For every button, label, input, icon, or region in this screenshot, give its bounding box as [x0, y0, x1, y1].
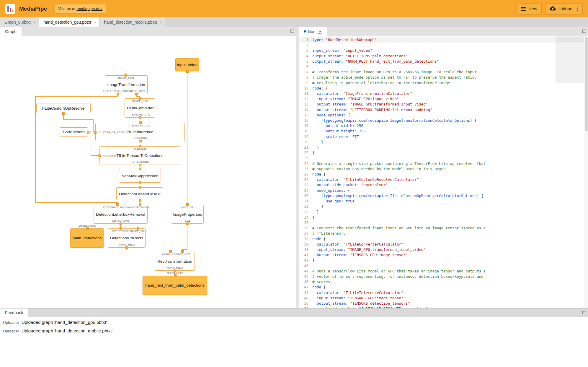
graph-node-TfLiteInference[interactable]: TfLiteInferenceTENSORS_GPUTENSORSCUSTOM_…	[95, 123, 185, 141]
graph-node-TfLiteTensorsToDetections[interactable]: TfLiteTensorsToDetectionsTENSORSDETECTIO…	[99, 146, 180, 165]
code-line-12[interactable]: 12 input_stream: "IMAGE_GPU:input_video"	[299, 96, 588, 102]
code-line-9[interactable]: 9# resulting in potential letterboxing i…	[299, 80, 588, 86]
graph-node-palm_detections[interactable]: palm_detectionsDETECTIONS	[70, 228, 104, 248]
code-text: calculator: "ImageTransformationCalculat…	[312, 91, 412, 96]
editor-tab[interactable]: Editor	[299, 27, 327, 36]
more-options-icon[interactable]	[577, 7, 579, 11]
code-text: node: {	[312, 86, 328, 91]
code-line-5[interactable]: 5output_stream: "NORM_RECT:hand_rect_fro…	[299, 59, 588, 64]
port	[169, 250, 172, 253]
code-line-24[interactable]: 24# Generates a single side packet conta…	[299, 161, 588, 166]
graph-node-DetectionLabelIdToText[interactable]: DetectionLabelIdToText	[116, 187, 163, 200]
port	[94, 131, 97, 134]
port	[139, 116, 141, 119]
file-tab-hand_detection_mobile.pbtxt[interactable]: hand_detection_mobile.pbtxt×	[99, 17, 165, 27]
line-number: 4	[299, 53, 312, 59]
code-line-21[interactable]: 21 }	[299, 145, 588, 150]
mediapipe-dev-link[interactable]: mediapipe.dev	[76, 7, 102, 11]
upload-button[interactable]: Upload	[545, 3, 583, 14]
code-line-45[interactable]: 45# vector of tensors representing, for …	[299, 274, 588, 279]
graph-node-input_video[interactable]: input_video	[175, 58, 199, 71]
new-button[interactable]: New	[517, 3, 542, 14]
code-line-6[interactable]: 6	[299, 64, 588, 69]
graph-node-TfLiteCustomOpResolver[interactable]: TfLiteCustomOpResolver	[36, 103, 91, 113]
code-line-16[interactable]: 16 [type.googleapis.com/mediapipe.ImageT…	[299, 118, 588, 123]
code-line-19[interactable]: 19 scale_mode: FIT	[299, 134, 588, 139]
code-line-40[interactable]: 40 input_stream: "IMAGE_GPU:transformed_…	[299, 247, 588, 252]
file-tab-hand_detection_gpu.pbtxt[interactable]: hand_detection_gpu.pbtxt×	[39, 17, 100, 27]
graph-node-hand_rect_from_palm_detections[interactable]: hand_rect_from_palm_detectionsNORM_RECT	[143, 276, 207, 295]
code-line-23[interactable]: 23	[299, 155, 588, 161]
editor-scrollbar-thumb[interactable]	[585, 37, 588, 131]
code-line-38[interactable]: 38node {	[299, 236, 588, 242]
code-line-7[interactable]: 7# Transforms the input image on GPU to …	[299, 69, 588, 75]
code-line-17[interactable]: 17 output_width: 256	[299, 123, 588, 129]
graph-canvas[interactable]: input_videoImageTransformationIMAGE_GPUL…	[0, 36, 296, 308]
graph-node-SsdAnchors[interactable]: SsdAnchors	[60, 127, 88, 137]
close-tab-icon[interactable]: ×	[33, 20, 36, 25]
code-line-2[interactable]: 2	[299, 43, 588, 48]
port-label: NORM_RECT	[166, 267, 183, 269]
code-line-18[interactable]: 18 output_height: 256	[299, 129, 588, 134]
code-line-22[interactable]: 22}	[299, 150, 588, 155]
graph-node-NonMaxSuppression[interactable]: NonMaxSuppression	[119, 169, 161, 183]
code-line-30[interactable]: 30 [type.googleapis.com/mediapipe.TfLite…	[299, 193, 588, 199]
code-line-39[interactable]: 39 calculator: "TfLiteConverterCalculato…	[299, 242, 588, 247]
code-line-13[interactable]: 13 output_stream: "IMAGE_GPU:transformed…	[299, 102, 588, 107]
code-text: type: "HandDetectionSubgraph"	[312, 37, 377, 43]
minimap-slider[interactable]	[556, 36, 584, 83]
code-line-25[interactable]: 25# supports custom ops needed by the mo…	[299, 166, 588, 172]
code-line-41[interactable]: 41 output_stream: "TENSORS_GPU:image_ten…	[299, 252, 588, 258]
visit-chip: Visit us at mediapipe.dev	[55, 4, 106, 13]
code-line-26[interactable]: 26node {	[299, 172, 588, 177]
code-line-31[interactable]: 31 use_gpu: true	[299, 199, 588, 204]
close-tab-icon[interactable]: ×	[159, 20, 162, 25]
graph-tab[interactable]: Graph	[0, 27, 22, 36]
code-line-11[interactable]: 11 calculator: "ImageTransformationCalcu…	[299, 91, 588, 96]
code-line-42[interactable]: 42}	[299, 258, 588, 263]
close-tab-icon[interactable]: ×	[94, 20, 97, 25]
code-line-44[interactable]: 44# Runs a TensorFlow Lite model on GPU …	[299, 269, 588, 274]
code-line-14[interactable]: 14 output_stream: "LETTERBOX_PADDING:let…	[299, 107, 588, 113]
code-line-34[interactable]: 34}	[299, 215, 588, 220]
code-line-10[interactable]: 10node: {	[299, 86, 588, 91]
code-line-32[interactable]: 32 }	[299, 204, 588, 209]
feedback-tab[interactable]: Feedback	[0, 308, 28, 317]
graph-node-RectTransformation[interactable]: RectTransformationNORM_RECTIMAGE_SIZENOR…	[155, 252, 195, 271]
code-line-28[interactable]: 28 output_side_packet: "opresolver"	[299, 182, 588, 188]
graph-node-ImageProperties[interactable]: ImagePropertiesIMAGE_GPUSIZE	[171, 205, 204, 224]
expand-graph-panel-icon[interactable]	[290, 30, 294, 33]
graph-node-ImageTransformation[interactable]: ImageTransformationIMAGE_GPULETTERBOX_PA…	[105, 75, 148, 94]
graph-node-TfLiteConverter[interactable]: TfLiteConverterIMAGE_GPUTENSORS_GPU	[125, 98, 155, 118]
code-line-48[interactable]: 48 calculator: "TfLiteInferenceCalculato…	[299, 290, 588, 295]
code-line-37[interactable]: 37# TfLiteTensor.	[299, 231, 588, 236]
code-line-15[interactable]: 15 node_options: {	[299, 113, 588, 118]
code-line-49[interactable]: 49 input_stream: "TENSORS_GPU:image_tens…	[299, 295, 588, 301]
code-line-50[interactable]: 50 output_stream: "TENSORS:detection_ten…	[299, 301, 588, 306]
code-line-51[interactable]: 51 input_side_packet: "CUSTOM_OP_RESOLVE…	[299, 306, 588, 308]
expand-editor-panel-icon[interactable]	[582, 30, 586, 33]
code-line-4[interactable]: 4output_stream: "DETECTIONS:palm_detecti…	[299, 53, 588, 59]
code-line-35[interactable]: 35	[299, 220, 588, 225]
code-line-43[interactable]: 43	[299, 263, 588, 269]
feedback-message: Uploaded graph 'hand_detection_gpu.pbtxt…	[22, 320, 107, 325]
code-line-33[interactable]: 33 }	[299, 210, 588, 215]
code-editor[interactable]: 1type: "HandDetectionSubgraph"23input_st…	[299, 36, 588, 308]
code-line-1[interactable]: 1type: "HandDetectionSubgraph"	[299, 37, 588, 43]
code-line-46[interactable]: 46# scores.	[299, 279, 588, 285]
code-line-3[interactable]: 3input_stream: "input_video"	[299, 48, 588, 53]
code-line-36[interactable]: 36# Converts the transformed input image…	[299, 225, 588, 231]
code-line-29[interactable]: 29 node_options: {	[299, 188, 588, 193]
code-text: # Generates a single side packet contain…	[312, 161, 486, 166]
code-line-8[interactable]: 8# image, the scale_mode option is set t…	[299, 75, 588, 80]
download-icon[interactable]	[318, 30, 322, 34]
code-line-27[interactable]: 27 calculator: "TfLiteCustomOpResolverCa…	[299, 177, 588, 182]
code-line-20[interactable]: 20 }	[299, 139, 588, 145]
graph-node-DetectionLetterboxRemoval[interactable]: DetectionLetterboxRemovalLETTERBOX_PADDI…	[94, 205, 148, 224]
expand-feedback-panel-icon[interactable]	[582, 311, 586, 314]
code-line-47[interactable]: 47node {	[299, 285, 588, 290]
file-tab-Graph_0.pbtxt[interactable]: Graph_0.pbtxt×	[0, 17, 39, 27]
code-text: input_side_packet: "CUSTOM_OP_RESOLVER:o…	[312, 306, 428, 308]
editor-scrollbar[interactable]	[584, 36, 588, 308]
graph-node-DetectionsToRects[interactable]: DetectionsToRectsDETECTIONSIMAGE_SIZENOR…	[108, 228, 146, 248]
